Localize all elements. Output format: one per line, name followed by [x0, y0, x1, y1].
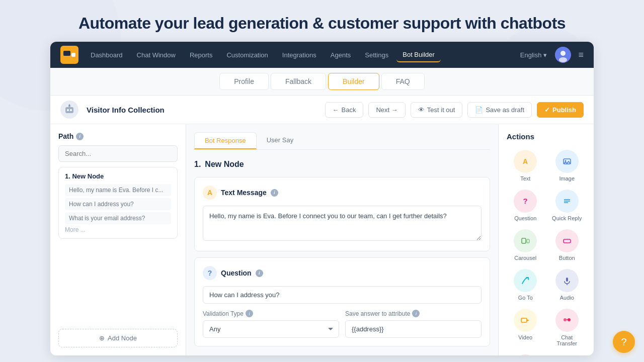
navbar: Dashboard Chat Window Reports Customizat…: [50, 42, 594, 68]
menu-icon[interactable]: ≡: [578, 50, 584, 60]
text-message-info-icon: i: [271, 189, 278, 197]
action-question[interactable]: ? Question: [507, 188, 544, 223]
nav-dashboard[interactable]: Dashboard: [85, 48, 129, 62]
tab-profile[interactable]: Profile: [219, 73, 269, 90]
question-info-icon: i: [256, 269, 263, 277]
action-question-icon: ?: [514, 190, 537, 213]
question-header: ? Question i: [203, 266, 481, 280]
action-quick-reply-label: Quick Reply: [552, 215, 582, 221]
action-question-label: Question: [514, 215, 536, 221]
svg-rect-31: [566, 278, 568, 282]
save-attr-input[interactable]: [345, 320, 481, 338]
svg-point-33: [518, 313, 532, 327]
node-message-2: How can I address you?: [65, 198, 171, 210]
svg-rect-1: [63, 51, 70, 56]
chevron-down-icon: ▾: [543, 51, 547, 59]
action-text-icon: A: [514, 150, 537, 173]
text-message-header: A Text Message i: [203, 186, 481, 200]
nav-settings[interactable]: Settings: [359, 48, 394, 62]
action-quick-reply[interactable]: Quick Reply: [548, 188, 586, 223]
tab-bar: Profile Fallback Builder FAQ: [50, 68, 594, 96]
editor-tabs: Bot Response User Say: [194, 132, 490, 150]
bot-title: Visitor Info Collection: [87, 106, 320, 114]
svg-text:?: ?: [523, 197, 528, 205]
bot-icon: [60, 101, 78, 119]
action-chat-transfer-label: Chat Transfer: [550, 334, 584, 346]
check-icon: ✓: [544, 106, 550, 114]
tab-user-say[interactable]: User Say: [257, 132, 303, 149]
svg-text:A: A: [523, 157, 528, 165]
svg-point-36: [560, 313, 574, 327]
nav-reports[interactable]: Reports: [184, 48, 219, 62]
tab-faq[interactable]: FAQ: [381, 73, 425, 90]
action-go-to[interactable]: Go To: [507, 267, 544, 303]
validation-col: Validation Type i Any: [203, 310, 339, 338]
avatar[interactable]: [555, 47, 571, 63]
svg-point-7: [559, 57, 567, 62]
node-more: More ...: [65, 226, 171, 233]
tab-bot-response[interactable]: Bot Response: [194, 132, 257, 149]
action-chat-transfer[interactable]: Chat Transfer: [548, 307, 586, 348]
nav-customization[interactable]: Customization: [220, 48, 274, 62]
actions-grid: A Text: [507, 148, 586, 355]
path-header: Path i: [58, 132, 178, 140]
toolbar: Visitor Info Collection ← Back Next → 👁 …: [50, 96, 594, 124]
search-input[interactable]: [58, 145, 178, 162]
main-content: Path i 1. New Node Hello, my name is Eva…: [50, 124, 594, 355]
action-carousel[interactable]: Carousel: [507, 227, 544, 263]
back-button[interactable]: ← Back: [325, 102, 364, 118]
nav-agents[interactable]: Agents: [325, 48, 357, 62]
next-button[interactable]: Next →: [368, 102, 405, 118]
language-selector[interactable]: English ▾: [520, 51, 547, 59]
action-video-icon: [514, 309, 537, 332]
svg-point-12: [69, 105, 70, 106]
node-card-title: 1. New Node: [65, 172, 171, 180]
actions-header: Actions: [507, 132, 586, 141]
svg-point-27: [560, 234, 574, 248]
svg-point-38: [568, 318, 571, 321]
question-section-icon: ?: [203, 266, 217, 280]
tab-fallback[interactable]: Fallback: [271, 73, 326, 90]
test-button[interactable]: 👁 Test it out: [411, 102, 463, 118]
action-audio-icon: [555, 269, 579, 292]
path-info-icon: i: [76, 133, 84, 140]
text-message-textarea[interactable]: Hello, my name is Eva. Before I connect …: [203, 206, 481, 241]
action-video-label: Video: [518, 334, 532, 340]
action-image-icon: [555, 150, 579, 173]
action-chat-transfer-icon: [555, 309, 579, 332]
action-go-to-icon: [514, 269, 537, 292]
save-draft-button[interactable]: 📄 Save as draft: [467, 102, 532, 118]
action-text[interactable]: A Text: [507, 148, 544, 184]
node-card[interactable]: 1. New Node Hello, my name is Eva. Befor…: [58, 167, 178, 239]
question-form-row: Validation Type i Any Save answer to att…: [203, 310, 481, 338]
actions-panel: Actions A Text: [498, 124, 594, 355]
tab-builder[interactable]: Builder: [328, 73, 379, 90]
action-button[interactable]: Button: [548, 227, 586, 263]
nav-integrations[interactable]: Integrations: [276, 48, 323, 62]
plus-icon: ⊕: [99, 334, 105, 342]
action-text-label: Text: [520, 175, 530, 182]
svg-point-15: [560, 154, 574, 168]
svg-point-24: [518, 234, 532, 248]
svg-point-29: [518, 274, 532, 288]
validation-select[interactable]: Any: [203, 320, 339, 338]
add-node-button[interactable]: ⊕ Add Node: [58, 329, 178, 347]
hero-title: Automate your lead generation & customer…: [0, 0, 644, 42]
publish-button[interactable]: ✓ Publish: [537, 102, 584, 118]
editor-node-header: 1. New Node: [194, 156, 490, 171]
svg-point-10: [70, 109, 72, 111]
action-carousel-label: Carousel: [514, 255, 536, 261]
svg-point-37: [564, 318, 567, 321]
question-input[interactable]: [203, 286, 481, 304]
nav-chat-window[interactable]: Chat Window: [131, 48, 182, 62]
action-quick-reply-icon: [555, 190, 579, 213]
text-section-icon: A: [203, 186, 217, 200]
action-button-icon: [555, 229, 579, 252]
action-api-plugin[interactable]: API Plugin: [507, 352, 544, 355]
node-message-3: What is your email address?: [65, 212, 171, 224]
action-video[interactable]: Video: [507, 307, 544, 348]
action-image[interactable]: Image: [548, 148, 586, 184]
svg-rect-8: [65, 107, 73, 113]
action-audio[interactable]: Audio: [548, 267, 586, 303]
nav-bot-builder[interactable]: Bot Builder: [396, 48, 441, 62]
